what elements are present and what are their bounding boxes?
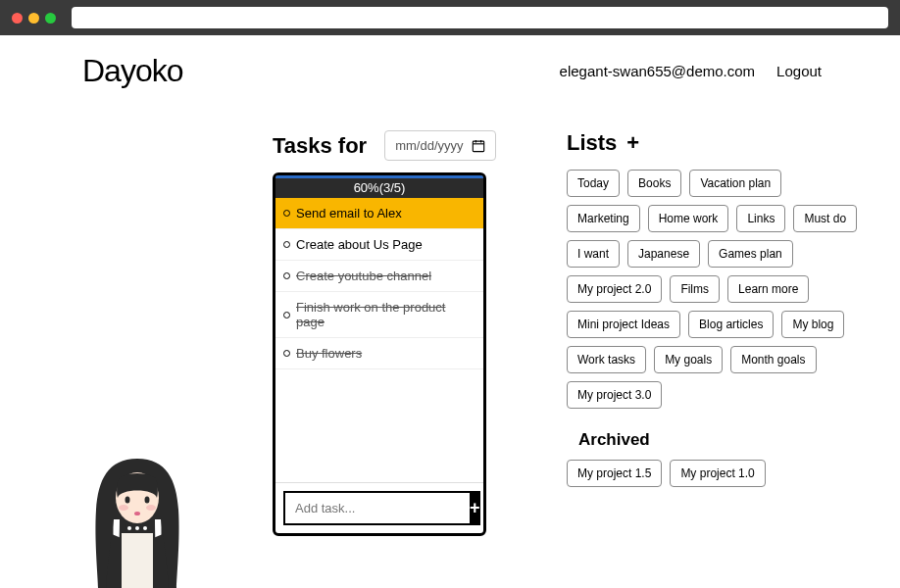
task-panel: 60%(3/5) Send email to AlexCreate about … [273,172,486,536]
progress-bar: 60%(3/5) [275,175,483,198]
task-text: Create youtube channel [296,269,431,283]
task-item[interactable]: Buy flowers [275,338,483,369]
list-pill[interactable]: Home work [648,205,729,232]
tasks-column: Tasks for mm/dd/yyyy 60%(3/5) Send email… [273,130,527,536]
avatar-illustration [69,441,206,536]
list-pill[interactable]: Today [567,170,620,197]
window-controls [12,13,56,24]
svg-point-5 [125,497,130,504]
list-pills: TodayBooksVacation planMarketingHome wor… [567,170,861,409]
svg-rect-0 [473,141,483,152]
calendar-icon [472,139,485,153]
list-pill[interactable]: Mini project Ideas [567,311,680,338]
list-pill[interactable]: My goals [654,346,723,373]
svg-point-7 [119,505,128,511]
task-bullet-icon[interactable] [283,241,290,248]
task-item[interactable]: Finish work on the product page [275,292,483,338]
task-item[interactable]: Send email to Alex [275,198,483,229]
date-picker[interactable]: mm/dd/yyyy [384,130,495,161]
maximize-window-icon[interactable] [45,13,56,24]
svg-point-9 [134,512,140,515]
list-pill[interactable]: My project 3.0 [567,381,662,409]
lists-title: Lists [567,130,617,156]
user-email[interactable]: elegant-swan655@demo.com [560,63,756,79]
close-window-icon[interactable] [12,13,23,24]
url-bar[interactable] [72,7,888,28]
tasks-title: Tasks for [273,133,367,159]
list-pill[interactable]: Learn more [727,275,809,303]
svg-point-11 [127,526,131,530]
list-pill[interactable]: Links [736,205,785,232]
list-pill[interactable]: Must do [793,205,857,232]
svg-point-6 [145,497,150,504]
list-pill[interactable]: My blog [781,311,844,338]
lists-column: Lists + TodayBooksVacation planMarketing… [567,130,861,487]
browser-chrome [0,0,900,35]
progress-text: 60%(3/5) [354,180,406,195]
list-pill[interactable]: Japanese [627,240,700,268]
date-placeholder: mm/dd/yyyy [395,138,463,153]
logout-link[interactable]: Logout [776,63,822,79]
app-logo: Dayoko [82,53,183,89]
task-bullet-icon[interactable] [283,210,290,217]
add-task-input[interactable] [283,491,470,525]
svg-rect-14 [122,533,153,536]
list-pill[interactable]: Blog articles [688,311,774,338]
list-pill[interactable]: Games plan [708,240,793,268]
task-item[interactable]: Create about Us Page [275,229,483,261]
minimize-window-icon[interactable] [28,13,39,24]
list-pill[interactable]: I want [567,240,620,268]
list-pill[interactable]: My project 2.0 [567,275,662,303]
app-header: Dayoko elegant-swan655@demo.com Logout [0,35,900,101]
list-pill[interactable]: Vacation plan [689,170,781,197]
task-text: Send email to Alex [296,206,402,220]
svg-point-13 [143,526,147,530]
archived-list-pill[interactable]: My project 1.0 [670,460,765,487]
svg-point-8 [146,505,156,511]
task-bullet-icon[interactable] [283,272,290,279]
add-list-button[interactable]: + [626,130,639,156]
add-task-button[interactable]: + [470,491,480,525]
archived-title: Archived [578,430,861,450]
task-text: Create about Us Page [296,237,423,252]
list-pill[interactable]: Films [670,275,720,303]
list-pill[interactable]: Work tasks [567,346,646,373]
list-pill[interactable]: Books [627,170,681,197]
task-bullet-icon[interactable] [283,350,290,357]
list-pill[interactable]: Marketing [567,205,640,232]
task-list: Send email to AlexCreate about Us PageCr… [275,198,483,482]
svg-point-12 [135,526,139,530]
task-bullet-icon[interactable] [283,312,290,318]
add-task-row: + [275,482,483,533]
task-item[interactable]: Create youtube channel [275,261,483,292]
list-pill[interactable]: Month goals [730,346,816,373]
task-text: Buy flowers [296,346,362,361]
archived-list-pill[interactable]: My project 1.5 [567,460,662,487]
task-text: Finish work on the product page [296,300,475,329]
archived-pills: My project 1.5My project 1.0 [567,460,861,487]
